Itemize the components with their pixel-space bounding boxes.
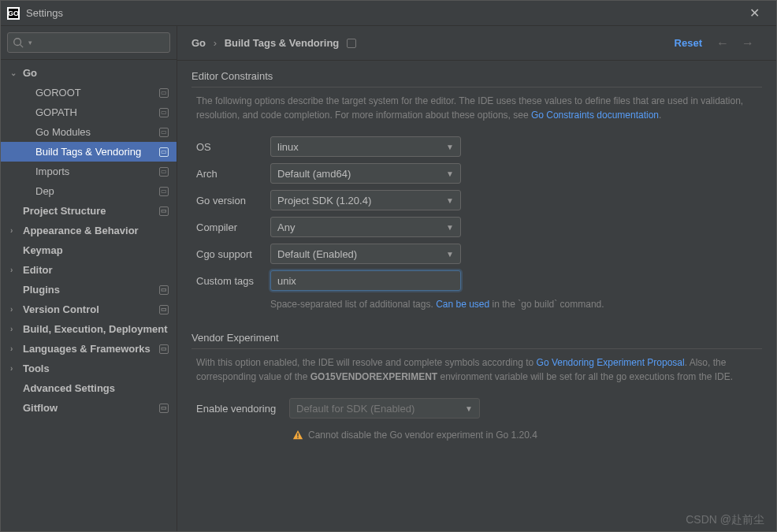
vendor-warning: Cannot disable the Go vendor experiment … — [292, 430, 762, 441]
custom-tags-input[interactable] — [270, 270, 461, 291]
os-label: OS — [196, 141, 270, 153]
chevron-right-icon: › — [10, 266, 18, 274]
tree-editor[interactable]: ›Editor — [1, 260, 177, 280]
titlebar: GO Settings ✕ — [1, 1, 776, 26]
watermark: CSDN @赴前尘 — [686, 513, 764, 527]
scope-badge-icon: ▭ — [159, 206, 169, 216]
svg-point-0 — [14, 39, 21, 46]
tree-imports[interactable]: Imports▭ — [1, 162, 177, 181]
content-panel: Go › Build Tags & Vendoring Reset ← → Ed… — [177, 26, 776, 531]
tags-hint-link[interactable]: Can be used — [436, 299, 489, 310]
enable-vendoring-select: Default for SDK (Enabled)▼ — [289, 398, 480, 419]
gover-label: Go version — [196, 195, 270, 206]
chevron-down-icon: ▼ — [446, 143, 454, 151]
app-icon: GO — [7, 7, 20, 20]
tree-gitflow[interactable]: Gitflow▭ — [1, 398, 177, 418]
scope-badge-icon: ▭ — [159, 88, 169, 98]
warning-icon — [292, 430, 303, 441]
search-input[interactable]: ▾ — [7, 32, 170, 53]
window-title: Settings — [26, 7, 738, 19]
svg-rect-4 — [297, 437, 298, 438]
chevron-down-icon: ▼ — [446, 196, 454, 205]
section-description: The following options describe the targe… — [196, 94, 762, 122]
tree-goroot[interactable]: GOROOT▭ — [1, 83, 177, 102]
chevron-down-icon: ▼ — [446, 169, 454, 178]
tree-tools[interactable]: ›Tools — [1, 359, 177, 378]
tree-dep[interactable]: Dep▭ — [1, 181, 177, 201]
editor-constraints-section: Editor Constraints The following options… — [177, 61, 776, 322]
constraints-doc-link[interactable]: Go Constraints documentation — [531, 110, 659, 121]
chevron-down-icon: ⌄ — [10, 69, 18, 77]
tree-build[interactable]: ›Build, Execution, Deployment — [1, 319, 177, 339]
breadcrumb: Go › Build Tags & Vendoring — [191, 37, 339, 49]
vendor-experiment-section: Vendor Experiment With this option enabl… — [177, 322, 776, 445]
settings-tree: ⌄Go GOROOT▭ GOPATH▭ Go Modules▭ Build Ta… — [1, 60, 177, 531]
chevron-right-icon: › — [10, 226, 18, 235]
section-description: With this option enabled, the IDE will r… — [196, 355, 762, 384]
chevron-right-icon: › — [10, 364, 18, 373]
section-title: Vendor Experiment — [191, 332, 762, 349]
content-header: Go › Build Tags & Vendoring Reset ← → — [177, 26, 776, 61]
tree-langs[interactable]: ›Languages & Frameworks▭ — [1, 339, 177, 359]
breadcrumb-sep-icon: › — [214, 37, 217, 49]
tree-go[interactable]: ⌄Go — [1, 63, 177, 83]
svg-line-1 — [20, 45, 24, 48]
compiler-label: Compiler — [196, 221, 270, 233]
tree-keymap[interactable]: Keymap — [1, 240, 177, 260]
chevron-down-icon: ▼ — [465, 404, 473, 413]
search-icon — [13, 37, 24, 48]
compiler-select[interactable]: Any▼ — [270, 217, 461, 237]
nav-forward-icon[interactable]: → — [742, 36, 762, 50]
arch-select[interactable]: Default (amd64)▼ — [270, 163, 461, 184]
tree-gomodules[interactable]: Go Modules▭ — [1, 122, 177, 142]
enable-vendoring-label: Enable vendoring — [196, 403, 289, 415]
scope-badge-icon — [347, 39, 356, 48]
tree-projstruct[interactable]: Project Structure▭ — [1, 201, 177, 221]
cgo-label: Cgo support — [196, 248, 270, 260]
tree-vcs[interactable]: ›Version Control▭ — [1, 299, 177, 319]
scope-badge-icon: ▭ — [159, 404, 169, 413]
tags-label: Custom tags — [196, 275, 270, 287]
search-chevron-icon: ▾ — [28, 39, 32, 47]
vendor-proposal-link[interactable]: Go Vendoring Experiment Proposal — [537, 357, 685, 368]
tree-appearance[interactable]: ›Appearance & Behavior — [1, 221, 177, 240]
scope-badge-icon: ▭ — [159, 187, 169, 196]
sidebar: ▾ ⌄Go GOROOT▭ GOPATH▭ Go Modules▭ Build … — [1, 26, 177, 531]
scope-badge-icon: ▭ — [159, 108, 169, 117]
close-icon[interactable]: ✕ — [738, 6, 770, 20]
section-title: Editor Constraints — [191, 70, 762, 87]
cgo-select[interactable]: Default (Enabled)▼ — [270, 244, 461, 264]
tags-hint: Space-separated list of additional tags.… — [270, 299, 762, 310]
chevron-right-icon: › — [10, 344, 18, 353]
nav-back-icon[interactable]: ← — [716, 36, 737, 50]
chevron-right-icon: › — [10, 305, 18, 314]
gover-select[interactable]: Project SDK (1.20.4)▼ — [270, 190, 461, 210]
tree-plugins[interactable]: Plugins▭ — [1, 280, 177, 299]
scope-badge-icon: ▭ — [159, 344, 169, 354]
tree-buildtags[interactable]: Build Tags & Vendoring▭ — [1, 142, 177, 162]
chevron-right-icon: › — [10, 325, 18, 333]
tree-advanced[interactable]: Advanced Settings — [1, 378, 177, 398]
chevron-down-icon: ▼ — [446, 250, 454, 259]
reset-button[interactable]: Reset — [675, 37, 702, 49]
scope-badge-icon: ▭ — [159, 128, 169, 137]
scope-badge-icon: ▭ — [159, 147, 169, 157]
scope-badge-icon: ▭ — [159, 167, 169, 177]
svg-rect-3 — [297, 433, 298, 436]
scope-badge-icon: ▭ — [159, 285, 169, 295]
os-select[interactable]: linux▼ — [270, 136, 461, 157]
tree-gopath[interactable]: GOPATH▭ — [1, 102, 177, 122]
arch-label: Arch — [196, 168, 270, 180]
chevron-down-icon: ▼ — [446, 223, 454, 232]
scope-badge-icon: ▭ — [159, 305, 169, 314]
